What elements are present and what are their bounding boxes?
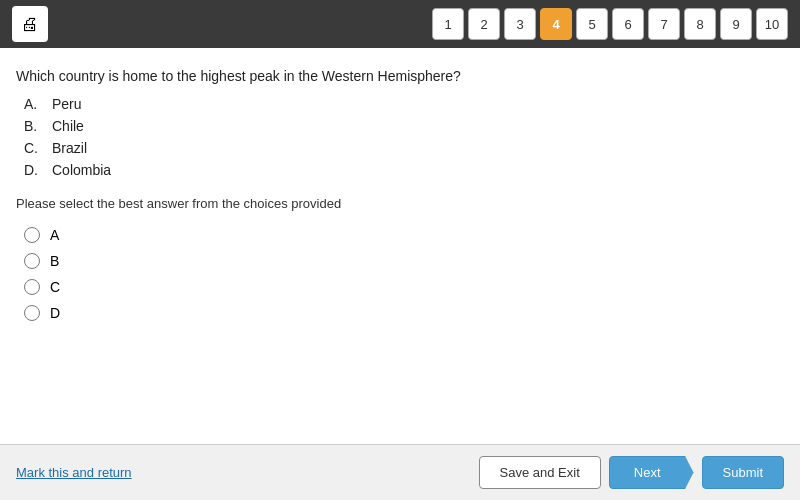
page-navigation: 1 2 3 4 5 6 7 8 9 10	[432, 8, 788, 40]
choice-a: A. Peru	[24, 96, 784, 112]
radio-option-b[interactable]: B	[24, 253, 784, 269]
choice-a-letter: A.	[24, 96, 44, 112]
radio-option-c[interactable]: C	[24, 279, 784, 295]
radio-label-b: B	[50, 253, 59, 269]
choice-b-letter: B.	[24, 118, 44, 134]
choice-d-letter: D.	[24, 162, 44, 178]
radio-option-d[interactable]: D	[24, 305, 784, 321]
radio-label-c: C	[50, 279, 60, 295]
mark-return-link[interactable]: Mark this and return	[16, 465, 132, 480]
page-btn-10[interactable]: 10	[756, 8, 788, 40]
choice-b-text: Chile	[52, 118, 84, 134]
radio-option-a[interactable]: A	[24, 227, 784, 243]
page-btn-9[interactable]: 9	[720, 8, 752, 40]
page-btn-1[interactable]: 1	[432, 8, 464, 40]
save-exit-button[interactable]: Save and Exit	[479, 456, 601, 489]
radio-input-d[interactable]	[24, 305, 40, 321]
radio-label-a: A	[50, 227, 59, 243]
radio-input-b[interactable]	[24, 253, 40, 269]
choice-a-text: Peru	[52, 96, 82, 112]
page-btn-4[interactable]: 4	[540, 8, 572, 40]
radio-input-c[interactable]	[24, 279, 40, 295]
header: 🖨 1 2 3 4 5 6 7 8 9 10	[0, 0, 800, 48]
choice-c-text: Brazil	[52, 140, 87, 156]
page-btn-3[interactable]: 3	[504, 8, 536, 40]
page-btn-2[interactable]: 2	[468, 8, 500, 40]
footer: Mark this and return Save and Exit Next …	[0, 444, 800, 500]
page-btn-6[interactable]: 6	[612, 8, 644, 40]
page-btn-8[interactable]: 8	[684, 8, 716, 40]
answer-choices: A. Peru B. Chile C. Brazil D. Colombia	[24, 96, 784, 178]
page-btn-7[interactable]: 7	[648, 8, 680, 40]
choice-d: D. Colombia	[24, 162, 784, 178]
footer-buttons: Save and Exit Next Submit	[479, 456, 784, 489]
submit-button[interactable]: Submit	[702, 456, 784, 489]
printer-icon[interactable]: 🖨	[12, 6, 48, 42]
choice-d-text: Colombia	[52, 162, 111, 178]
radio-options: A B C D	[24, 227, 784, 321]
choice-c: C. Brazil	[24, 140, 784, 156]
choice-c-letter: C.	[24, 140, 44, 156]
instruction-text: Please select the best answer from the c…	[16, 196, 784, 211]
radio-label-d: D	[50, 305, 60, 321]
radio-input-a[interactable]	[24, 227, 40, 243]
question-text: Which country is home to the highest pea…	[16, 68, 784, 84]
next-button[interactable]: Next	[609, 456, 694, 489]
choice-b: B. Chile	[24, 118, 784, 134]
page-btn-5[interactable]: 5	[576, 8, 608, 40]
main-content: Which country is home to the highest pea…	[0, 48, 800, 444]
